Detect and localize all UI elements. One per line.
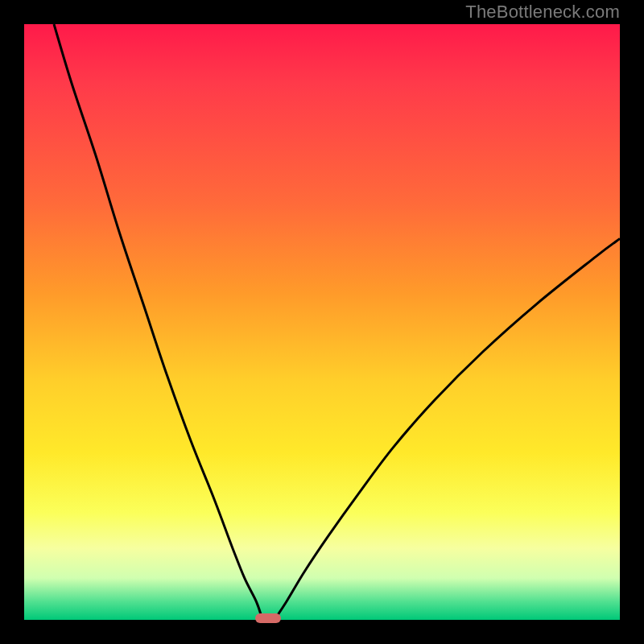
optimal-marker: [255, 613, 281, 623]
curve-right-branch: [275, 238, 620, 620]
plot-area: [24, 24, 620, 620]
watermark-text: TheBottleneck.com: [465, 2, 620, 23]
chart-frame: TheBottleneck.com: [0, 0, 644, 644]
curve-left-branch: [54, 24, 262, 620]
bottleneck-curve: [24, 24, 620, 620]
